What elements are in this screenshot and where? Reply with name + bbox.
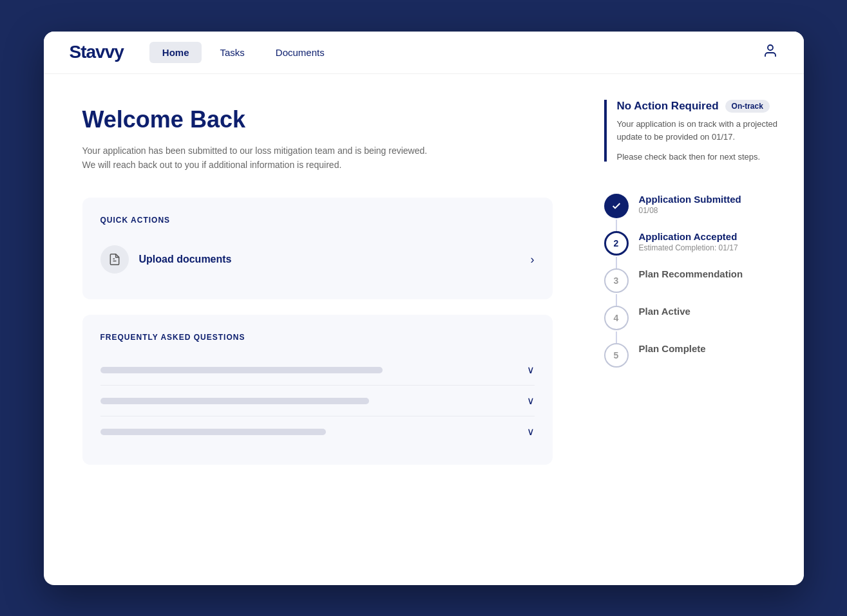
welcome-section: Welcome Back Your application has been s…: [82, 106, 553, 173]
timeline-title-4: Plan Active: [639, 306, 690, 317]
timeline-step-3: 3: [604, 268, 629, 293]
timeline-item-2: 2 Application Accepted Estimated Complet…: [604, 231, 778, 256]
upload-chevron-icon: ›: [531, 253, 535, 266]
user-icon: [763, 43, 778, 59]
timeline-content-1: Application Submitted 01/08: [639, 194, 741, 215]
timeline-item-1: Application Submitted 01/08: [604, 194, 778, 218]
faq-label: FREQUENTLY ASKED QUESTIONS: [100, 333, 535, 342]
faq-chevron-3: ∨: [527, 425, 535, 438]
nav-links: Home Tasks Documents: [149, 42, 763, 63]
app-window: Stavvy Home Tasks Documents Welcome Back…: [44, 32, 804, 585]
nav-documents[interactable]: Documents: [263, 42, 338, 63]
upload-documents-action[interactable]: Upload documents ›: [100, 238, 535, 281]
timeline-step-5: 5: [604, 343, 629, 368]
status-subtext: Please check back then for next steps.: [617, 152, 778, 162]
document-icon: [108, 253, 121, 266]
timeline-item-3: 3 Plan Recommendation: [604, 268, 778, 293]
faq-item-1[interactable]: ∨: [100, 355, 535, 386]
right-panel: No Action Required On-track Your applica…: [585, 74, 804, 576]
user-menu[interactable]: [763, 43, 778, 61]
nav-tasks[interactable]: Tasks: [207, 42, 257, 63]
timeline-content-4: Plan Active: [639, 306, 690, 317]
upload-icon-wrap: [100, 245, 129, 274]
faq-item-2[interactable]: ∨: [100, 386, 535, 416]
nav-home[interactable]: Home: [149, 42, 202, 63]
status-badge: On-track: [725, 100, 770, 113]
status-header: No Action Required On-track: [617, 100, 778, 113]
welcome-text: Your application has been submitted to o…: [82, 144, 469, 173]
faq-chevron-2: ∨: [527, 395, 535, 407]
logo: Stavvy: [70, 42, 124, 62]
timeline-title-2: Application Accepted: [639, 231, 738, 242]
timeline-item-4: 4 Plan Active: [604, 306, 778, 330]
timeline-step-1: [604, 194, 629, 218]
status-title: No Action Required: [617, 100, 719, 113]
timeline-content-5: Plan Complete: [639, 343, 706, 354]
faq-placeholder-3: [100, 429, 326, 435]
quick-actions-panel: QUICK ACTIONS Upload documents ›: [82, 198, 553, 299]
quick-actions-label: QUICK ACTIONS: [100, 216, 535, 225]
timeline-subtitle-1: 01/08: [639, 206, 741, 215]
timeline: Application Submitted 01/08 2 Applicatio…: [604, 181, 778, 368]
timeline-step-4: 4: [604, 306, 629, 330]
timeline-title-3: Plan Recommendation: [639, 268, 743, 279]
left-panel: Welcome Back Your application has been s…: [44, 74, 585, 576]
main-content: Welcome Back Your application has been s…: [44, 74, 804, 576]
status-text: Your application is on track with a proj…: [617, 118, 778, 145]
timeline-content-3: Plan Recommendation: [639, 268, 743, 279]
status-card: No Action Required On-track Your applica…: [604, 100, 778, 162]
timeline-title-1: Application Submitted: [639, 194, 741, 205]
faq-placeholder-1: [100, 367, 383, 373]
navbar: Stavvy Home Tasks Documents: [44, 32, 804, 74]
check-icon: [611, 201, 622, 211]
welcome-title: Welcome Back: [82, 106, 553, 133]
faq-placeholder-2: [100, 398, 370, 404]
timeline-content-2: Application Accepted Estimated Completio…: [639, 231, 738, 252]
faq-item-3[interactable]: ∨: [100, 416, 535, 447]
faq-chevron-1: ∨: [527, 364, 535, 376]
svg-point-0: [768, 45, 773, 50]
upload-documents-label: Upload documents: [139, 254, 520, 265]
faq-panel: FREQUENTLY ASKED QUESTIONS ∨ ∨ ∨: [82, 315, 553, 465]
timeline-subtitle-2: Estimated Completion: 01/17: [639, 243, 738, 252]
timeline-step-2: 2: [604, 231, 629, 256]
timeline-item-5: 5 Plan Complete: [604, 343, 778, 368]
timeline-title-5: Plan Complete: [639, 343, 706, 354]
